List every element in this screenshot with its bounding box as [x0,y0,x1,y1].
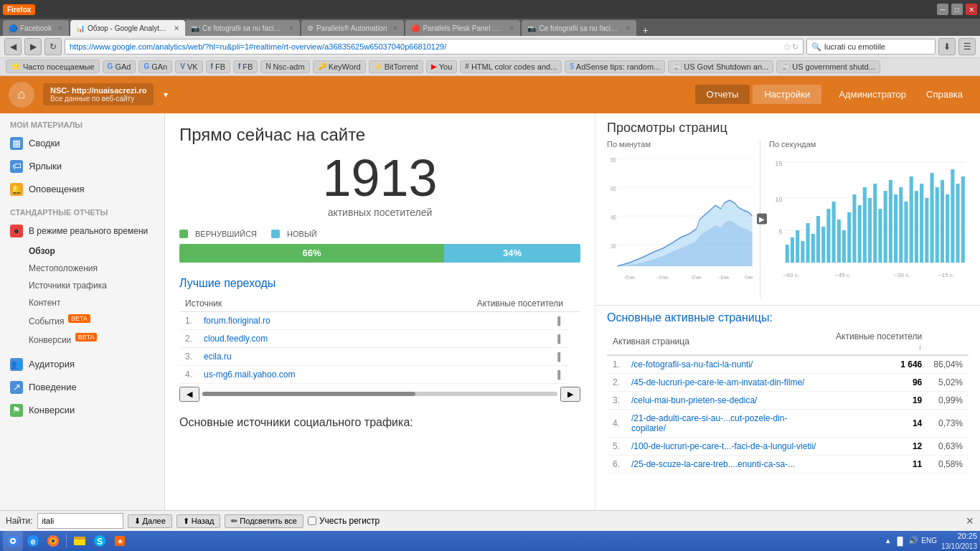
sidebar-subitem-content[interactable]: Контент [0,294,164,311]
bookmark-nsc[interactable]: N Nsc-adm [260,60,309,73]
bookmark-frequent[interactable]: ⭐ Часто посещаемые [6,60,100,73]
sidebar-subitem-events[interactable]: События BETA [0,311,164,330]
svg-rect-24 [791,237,794,263]
taskbar-ie-icon[interactable]: e [23,531,43,551]
sidebar-subitem-traffic[interactable]: Источники трафика [0,277,164,294]
tab-facebook[interactable]: 🔵 Facebook ✕ [3,20,69,36]
taskbar-other-icon[interactable]: ★ [110,531,130,551]
refresh-button[interactable]: ↻ [44,38,62,55]
back-button[interactable]: ◀ [4,38,22,55]
maximize-button[interactable]: □ [951,4,963,15]
minimize-button[interactable]: ─ [937,4,948,15]
page-link[interactable]: /21-de-adulti-care-si-au-...cut-pozele-d… [631,413,787,433]
svg-text:★: ★ [117,537,123,545]
taskbar-clock[interactable]: 20:25 13/10/2013 [941,531,977,550]
col-visitors-header: Активные посетители ↓ [824,329,928,355]
bookmark-vk[interactable]: V VK [175,60,202,73]
taskbar-firefox-icon[interactable] [43,531,63,551]
new-tab-button[interactable]: + [638,24,652,36]
case-sensitive-checkbox[interactable] [308,517,316,525]
tab-close[interactable]: ✕ [392,24,398,32]
tab-close[interactable]: ✕ [288,24,294,32]
highlight-all-button[interactable]: ✏ Подсветить все [225,514,303,528]
tab-parallels2[interactable]: 🔴 Parallels Plesk Panel 11,5... ✕ [405,20,520,36]
find-close-button[interactable]: ✕ [966,515,974,527]
tab-photos2[interactable]: 📷 Ce fotografii sa nu faci la... ✕ [522,20,636,36]
top-sources-title[interactable]: Лучшие переходы [179,277,275,289]
scroll-right-button[interactable]: ▶ [560,387,580,402]
tab-parallels1[interactable]: ⚙ Parallels® Automation ✕ [301,20,405,36]
find-input[interactable] [37,513,123,529]
tab-close[interactable]: ✕ [509,24,514,32]
sidebar-item-audience[interactable]: 👥 Аудитория [0,353,164,376]
downloads-button[interactable]: ⬇ [938,38,956,55]
tab-photos1[interactable]: 📷 Ce fotografii sa nu faci la... ✕ [185,20,300,36]
address-bar[interactable]: https://www.google.com/analytics/web/?hl… [65,39,804,55]
page-link[interactable]: /celui-mai-bun-prieten-se-dedica/ [631,395,757,405]
tab-close[interactable]: ✕ [625,24,631,32]
bookmark-fb1[interactable]: f FB [206,60,230,73]
scroll-left-button[interactable]: ◀ [179,387,199,402]
page-url: /21-de-adulti-care-si-au-...cut-pozele-d… [626,409,824,437]
tabs-bar: 🔵 Facebook ✕ 📊 Обзор - Google Analytics … [0,19,980,36]
ga-left-panel: Прямо сейчас на сайте 1913 активных посе… [165,113,595,510]
bookmark-gan[interactable]: G GAn [138,60,172,73]
bookmark-bittorrent[interactable]: ⚡ BitTorrent [369,60,423,73]
tab-close[interactable]: ✕ [174,24,179,32]
ga-nav-help[interactable]: Справка [918,85,971,104]
taskbar-arrow-icon[interactable]: ▲ [885,537,892,545]
source-link[interactable]: forum.fioriginal.ro [204,316,270,326]
bookmark-us-govt[interactable]: 📰 US government shutd... [776,60,880,73]
page-link[interactable]: /100-de-lucruri-pe-care-t...-faci-de-a-l… [631,441,816,451]
ga-nav-settings[interactable]: Настройки [753,85,821,104]
ga-home-button[interactable]: ⌂ [9,82,34,108]
forward-button[interactable]: ▶ [24,38,42,55]
source-link[interactable]: cloud.feedly.com [204,334,268,344]
bookmark-star-icon[interactable]: ☆ [783,41,792,52]
bookmark-fb2[interactable]: f FB [233,60,258,73]
sidebar-subitem-location[interactable]: Местоположения [0,260,164,277]
bookmark-youtube[interactable]: ▶ You [426,60,458,73]
sidebar-item-realtime[interactable]: ● В режиме реального времени [0,220,164,242]
sidebar-item-behavior[interactable]: ↗ Поведение [0,376,164,399]
sidebar-subitem-obzor[interactable]: Обзор [0,242,164,260]
close-button[interactable]: ✕ [966,4,977,15]
svg-rect-43 [889,180,892,263]
expand-chart-button[interactable]: ▶ [757,213,767,224]
browser-logo[interactable]: Firefox [3,4,35,15]
menu-button[interactable]: ☰ [958,38,976,55]
taskbar-network-icon[interactable]: ▐▌ [895,537,906,545]
bookmark-keyword[interactable]: 🔑 KeyWord [313,60,366,73]
sidebar-item-svodki[interactable]: ▦ Сводки [0,132,164,155]
taskbar-skype-icon[interactable]: S [90,531,110,551]
ga-account-dropdown-icon[interactable]: ▾ [164,90,168,100]
source-link[interactable]: ecila.ru [204,352,232,362]
ga-nav-admin[interactable]: Администратор [830,85,915,104]
table-row: 4. us-mg6.mail.yahoo.com ▌ [179,365,580,383]
sidebar-item-yarlyki[interactable]: 🏷 Ярлыки [0,155,164,178]
page-link[interactable]: /25-de-scuze-la-care-treb....enunti-ca-s… [631,459,795,469]
bookmark-html-colors[interactable]: # HTML color codes and... [460,60,562,73]
ga-nav-reports[interactable]: Отчеты [695,85,750,104]
sidebar-subitem-conversions[interactable]: Конверсии BETA [0,330,164,349]
taskbar-explorer-icon[interactable] [70,531,90,551]
bookmark-gad[interactable]: G GAd [103,60,136,73]
page-link[interactable]: /45-de-lucruri-pe-care-le-am-invatat-din… [631,377,804,387]
tab-close[interactable]: ✕ [57,24,63,32]
bookmark-adsense[interactable]: $ AdSense tips: random... [565,60,665,73]
find-next-button[interactable]: ⬇ Далее [128,514,172,528]
sidebar-item-opovesh[interactable]: 🔔 Оповещения [0,178,164,201]
source-link[interactable]: us-mg6.mail.yahoo.com [204,369,295,380]
col-page-header: Активная страница [607,329,824,355]
page-link[interactable]: /ce-fotografii-sa-nu-faci-la-nunti/ [631,359,753,369]
top-pages-title[interactable]: Основные активные страницы: [607,311,969,324]
ga-account-selector[interactable]: NSC- http://nuaisacrezi.ro Все данные по… [43,83,154,105]
bookmark-us-shutdown[interactable]: 📰 US Govt Shutdown an... [668,60,773,73]
sidebar-item-conversions-main[interactable]: ⚑ Конверсии [0,399,164,422]
tab-analytics[interactable]: 📊 Обзор - Google Analytics ✕ [70,20,185,36]
taskbar-volume-icon[interactable]: 🔊 [908,536,918,545]
find-prev-button[interactable]: ⬆ Назад [176,514,221,528]
taskbar-chrome-icon[interactable] [3,531,23,551]
search-bar[interactable]: 🔍 lucrati cu emotiile [806,39,936,55]
refresh-icon[interactable]: ↻ [792,42,798,52]
